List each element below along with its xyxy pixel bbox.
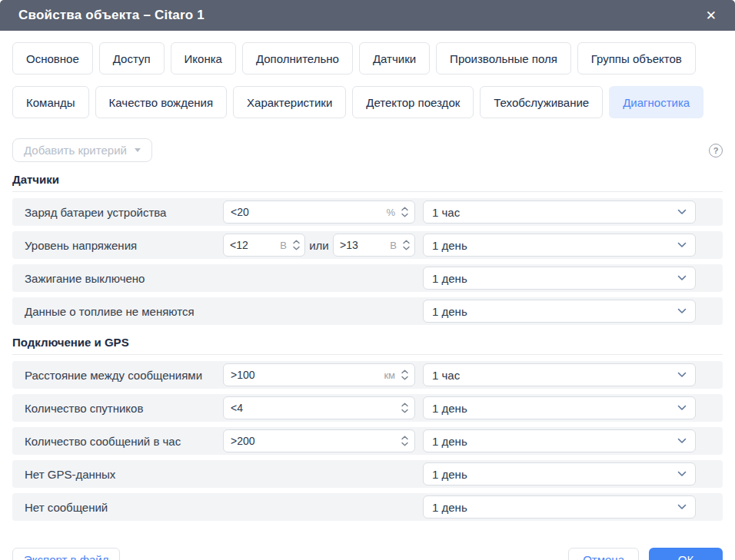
chevron-down-icon (677, 209, 687, 215)
tab-0-4[interactable]: Датчики (359, 42, 430, 75)
criterion-row: Уровень напряжения<12Вили>13В1 день (12, 231, 723, 259)
tab-1-5[interactable]: Диагностика (609, 86, 703, 118)
input-value: >200 (231, 435, 255, 447)
stepper (401, 207, 408, 217)
tab-1-4[interactable]: Техобслуживание (480, 86, 603, 118)
period-select-value: 1 день (432, 239, 467, 252)
section-title: Подключение и GPS (12, 336, 723, 349)
tab-bar-row2: КомандыКачество вожденияХарактеристикиДе… (12, 86, 723, 118)
stepper-down-button[interactable] (401, 376, 408, 380)
input-value: <12 (230, 239, 248, 251)
stepper-up-button[interactable] (401, 403, 408, 407)
period-select[interactable]: 1 день (423, 462, 696, 485)
period-select-value: 1 день (432, 402, 467, 415)
value-input[interactable]: >200 (223, 429, 415, 452)
value-input[interactable]: >13В (333, 234, 415, 257)
stepper-up-button[interactable] (401, 436, 408, 440)
section-divider (12, 354, 723, 355)
criterion-row: Зажигание выключено1 день (12, 264, 723, 292)
chevron-down-icon (677, 405, 687, 411)
value-input[interactable]: <4 (223, 396, 415, 419)
criterion-label: Заряд батареи устройства (25, 206, 223, 219)
stepper (403, 240, 410, 250)
criterion-inputs: <4 (223, 396, 415, 419)
or-label: или (305, 239, 333, 252)
ok-button[interactable]: ОК (649, 548, 723, 560)
dialog-footer: Экспорт в файл Отмена ОК (12, 548, 723, 560)
criterion-inputs: >100км (223, 363, 415, 386)
period-select-value: 1 день (432, 501, 467, 514)
criterion-label: Нет сообщений (25, 501, 223, 514)
tab-0-6[interactable]: Группы объектов (577, 42, 696, 75)
stepper-down-button[interactable] (401, 442, 408, 446)
criterion-row: Нет сообщений1 день (12, 493, 723, 521)
period-select-value: 1 час (432, 369, 460, 382)
period-select-value: 1 день (432, 305, 467, 318)
tab-1-1[interactable]: Качество вождения (95, 86, 227, 118)
stepper (401, 403, 408, 413)
tab-0-2[interactable]: Иконка (171, 42, 236, 75)
stepper-up-button[interactable] (401, 369, 408, 374)
criterion-row: Количество спутников<41 день (12, 394, 723, 422)
stepper-down-button[interactable] (293, 246, 300, 250)
close-button[interactable]: ✕ (701, 6, 721, 25)
chevron-down-icon (677, 308, 687, 314)
stepper-up-button[interactable] (403, 240, 410, 244)
toolbar: Добавить критерий ? (12, 138, 723, 162)
input-unit: В (280, 240, 287, 251)
period-select[interactable]: 1 день (423, 495, 696, 519)
help-icon: ? (713, 146, 719, 155)
criterion-inputs: <20% (223, 200, 415, 224)
stepper-down-button[interactable] (401, 409, 408, 413)
value-input[interactable]: <12В (223, 234, 305, 257)
criterion-row: Расстояние между сообщениями>100км1 час (12, 361, 723, 389)
chevron-down-icon (677, 504, 687, 510)
tab-1-2[interactable]: Характеристики (233, 86, 346, 118)
help-button[interactable]: ? (709, 144, 723, 157)
tab-0-3[interactable]: Дополнительно (242, 42, 353, 75)
tab-1-3[interactable]: Детектор поездок (352, 86, 474, 118)
period-select[interactable]: 1 день (423, 396, 696, 419)
criterion-inputs: <12Вили>13В (223, 234, 415, 257)
period-select[interactable]: 1 день (423, 429, 696, 452)
stepper-up-button[interactable] (401, 207, 408, 211)
period-select[interactable]: 1 час (423, 363, 696, 386)
criterion-row: Нет GPS-данных1 день (12, 460, 723, 488)
add-criterion-button[interactable]: Добавить критерий (12, 138, 152, 162)
input-unit: км (384, 369, 395, 381)
period-select[interactable]: 1 день (423, 300, 696, 323)
stepper-down-button[interactable] (401, 213, 408, 217)
stepper-up-button[interactable] (293, 240, 300, 244)
input-unit: В (390, 240, 397, 251)
criterion-label: Уровень напряжения (25, 239, 223, 252)
tab-0-0[interactable]: Основное (12, 42, 93, 75)
chevron-down-icon (677, 242, 687, 248)
criterion-row: Заряд батареи устройства<20%1 час (12, 198, 723, 226)
stepper (293, 240, 300, 250)
dialog-title: Свойства объекта – Citaro 1 (18, 8, 205, 23)
period-select-value: 1 день (432, 468, 467, 481)
section-divider (12, 191, 723, 192)
value-input[interactable]: >100км (223, 363, 415, 386)
tab-1-0[interactable]: Команды (12, 86, 89, 118)
cancel-button[interactable]: Отмена (568, 548, 639, 560)
criterion-label: Зажигание выключено (25, 272, 223, 285)
stepper-down-button[interactable] (403, 246, 410, 250)
tab-0-5[interactable]: Произвольные поля (436, 42, 571, 75)
input-value: <20 (231, 206, 249, 218)
criterion-label: Нет GPS-данных (25, 468, 223, 481)
export-to-file-button[interactable]: Экспорт в файл (12, 548, 120, 560)
period-select-value: 1 день (432, 435, 467, 448)
section-title: Датчики (12, 173, 723, 186)
period-select[interactable]: 1 час (423, 200, 696, 224)
period-select[interactable]: 1 день (423, 234, 696, 257)
criterion-row: Количество сообщений в час>2001 день (12, 427, 723, 455)
tab-0-1[interactable]: Доступ (99, 42, 165, 75)
stepper (401, 436, 408, 446)
period-select-value: 1 день (432, 272, 467, 285)
chevron-down-icon (677, 275, 687, 281)
period-select[interactable]: 1 день (423, 267, 696, 290)
value-input[interactable]: <20% (223, 200, 415, 224)
criterion-label: Количество спутников (25, 402, 223, 415)
dropdown-caret-icon (135, 148, 141, 152)
